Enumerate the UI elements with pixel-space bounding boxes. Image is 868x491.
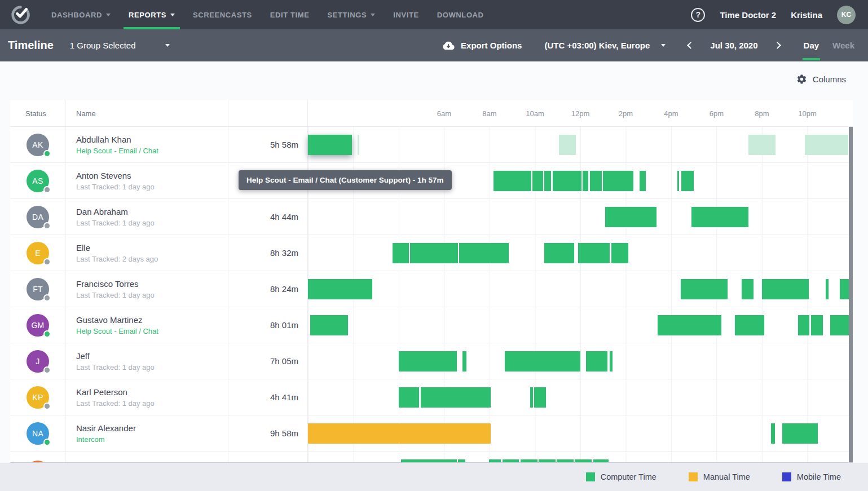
computer-time-bar[interactable] xyxy=(544,243,574,263)
computer-time-bar[interactable] xyxy=(681,279,728,299)
day-week-tabs: Day Week xyxy=(804,29,854,61)
computer-time-bar[interactable] xyxy=(593,459,609,462)
hour-tick-2pm: 2pm xyxy=(619,109,633,118)
computer-time-bar[interactable] xyxy=(771,423,774,444)
computer-time-bar[interactable] xyxy=(530,387,533,408)
computer-time-bar[interactable] xyxy=(640,171,646,191)
computer-time-bar[interactable] xyxy=(590,171,602,191)
computer-time-bar[interactable] xyxy=(308,279,372,299)
computer-time-bar[interactable] xyxy=(505,351,580,371)
computer-time-bar[interactable] xyxy=(534,387,546,408)
hour-tick-8am: 8am xyxy=(482,109,496,118)
manual-time-bar[interactable] xyxy=(308,423,491,444)
computer-time-bar[interactable] xyxy=(410,243,458,263)
computer-light-time-bar[interactable] xyxy=(805,135,848,155)
hour-tick-10pm: 10pm xyxy=(798,109,817,118)
computer-light-time-bar[interactable] xyxy=(358,135,359,155)
nav-item-screencasts[interactable]: SCREENCASTS xyxy=(184,0,261,29)
timeline-track xyxy=(308,235,853,271)
computer-time-bar[interactable] xyxy=(826,279,829,299)
computer-time-bar[interactable] xyxy=(459,243,509,263)
hour-tick-4pm: 4pm xyxy=(664,109,678,118)
offline-status-dot xyxy=(43,186,51,193)
computer-time-bar[interactable] xyxy=(798,315,809,335)
computer-time-bar[interactable] xyxy=(401,459,457,462)
computer-time-bar[interactable] xyxy=(611,243,628,263)
computer-time-bar[interactable] xyxy=(762,279,809,299)
nav-item-dashboard[interactable]: DASHBOARD xyxy=(42,0,120,29)
user-avatar[interactable]: KC xyxy=(837,6,856,24)
computer-time-bar[interactable] xyxy=(658,315,721,335)
computer-time-bar[interactable] xyxy=(610,351,613,371)
nav-item-label: REPORTS xyxy=(129,11,166,19)
nav-item-settings[interactable]: SETTINGS xyxy=(318,0,384,29)
time-doctor-logo[interactable] xyxy=(10,5,31,25)
person-name: Francisco Torres xyxy=(76,279,228,289)
computer-time-bar[interactable] xyxy=(603,171,633,191)
computer-time-bar[interactable] xyxy=(393,243,409,263)
computer-light-time-bar[interactable] xyxy=(748,135,776,155)
tab-day[interactable]: Day xyxy=(804,29,819,61)
status-cell: NA xyxy=(10,415,66,451)
name-cell: Gustavo MartinezHelp Scout - Email / Cha… xyxy=(66,307,228,343)
status-cell: KP xyxy=(10,379,66,415)
computer-time-bar[interactable] xyxy=(532,171,543,191)
legend-label: Mobile Time xyxy=(797,472,841,481)
computer-time-bar[interactable] xyxy=(677,171,679,191)
vertical-scrollbar[interactable] xyxy=(849,127,853,462)
chevron-down-icon xyxy=(106,14,111,16)
export-options-button[interactable]: Export Options xyxy=(442,41,522,51)
computer-time-bar[interactable] xyxy=(399,351,457,371)
computer-time-bar[interactable] xyxy=(421,387,491,408)
computer-time-bar[interactable] xyxy=(458,459,465,462)
computer-time-bar[interactable] xyxy=(553,171,581,191)
computer-time-bar[interactable] xyxy=(575,459,592,462)
nav-item-download[interactable]: DOWNLOAD xyxy=(428,0,493,29)
computer-time-bar[interactable] xyxy=(782,423,818,444)
group-selector[interactable]: 1 Group Selected xyxy=(70,41,170,50)
computer-time-bar[interactable] xyxy=(539,459,556,462)
table-row xyxy=(10,452,853,462)
computer-time-bar[interactable] xyxy=(544,171,552,191)
computer-time-bar[interactable] xyxy=(605,207,656,227)
legend-item-computer-time: Computer Time xyxy=(586,472,656,481)
computer-light-time-bar[interactable] xyxy=(559,135,576,155)
timeline-track xyxy=(308,271,853,307)
computer-time-bar[interactable] xyxy=(399,387,419,408)
nav-item-invite[interactable]: INVITE xyxy=(384,0,428,29)
nav-item-reports[interactable]: REPORTS xyxy=(120,0,184,29)
product-name: Time Doctor 2 xyxy=(720,10,776,20)
hour-tick-12pm: 12pm xyxy=(571,109,590,118)
columns-button[interactable]: Columns xyxy=(796,74,846,85)
timezone-selector[interactable]: (UTC +03:00) Kiev, Europe xyxy=(544,41,666,50)
computer-time-bar[interactable] xyxy=(742,279,754,299)
help-icon[interactable]: ? xyxy=(691,8,705,22)
computer-time-bar[interactable] xyxy=(494,171,531,191)
nav-item-label: DOWNLOAD xyxy=(437,11,484,19)
table-row: NANasir AlexanderIntercom9h 58m xyxy=(10,415,853,452)
name-cell: Francisco TorresLast Tracked: 1 day ago xyxy=(66,271,228,307)
computer-time-bar[interactable] xyxy=(586,351,607,371)
computer-time-bar[interactable] xyxy=(489,459,501,462)
last-tracked-label: Last Tracked: 1 day ago xyxy=(76,291,228,299)
computer-time-bar[interactable] xyxy=(521,459,537,462)
computer-time-bar[interactable] xyxy=(735,315,764,335)
next-day-button[interactable] xyxy=(774,42,781,49)
computer-time-bar[interactable] xyxy=(557,459,574,462)
computer-time-bar[interactable] xyxy=(462,351,466,371)
tab-week[interactable]: Week xyxy=(832,29,854,61)
online-status-dot xyxy=(43,330,51,338)
nav-item-edit-time[interactable]: EDIT TIME xyxy=(261,0,319,29)
previous-day-button[interactable] xyxy=(687,42,694,49)
computer-time-bar[interactable] xyxy=(811,315,823,335)
computer-time-bar[interactable] xyxy=(308,135,352,155)
status-column-header: Status xyxy=(10,100,66,126)
computer-time-bar[interactable] xyxy=(691,207,748,227)
computer-time-bar[interactable] xyxy=(578,243,610,263)
computer-time-bar[interactable] xyxy=(310,315,348,335)
person-name: Gustavo Martinez xyxy=(76,315,228,325)
computer-time-bar[interactable] xyxy=(681,171,694,191)
chevron-down-icon xyxy=(170,14,175,16)
computer-time-bar[interactable] xyxy=(583,171,588,191)
computer-time-bar[interactable] xyxy=(503,459,519,462)
